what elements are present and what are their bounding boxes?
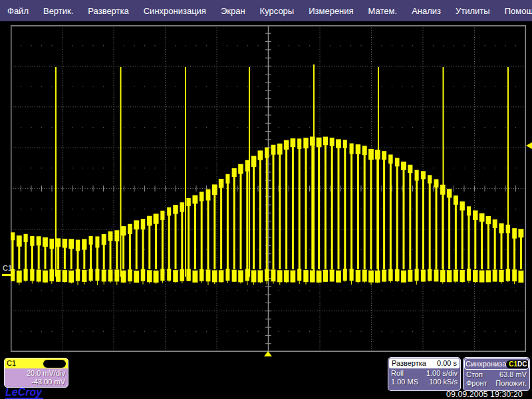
trigger-position-arrow-icon[interactable] [264, 351, 272, 356]
trigger-slope-value: Положит. [495, 379, 527, 388]
menu-bar: Файл Вертик. Развертка Синхронизация Экр… [0, 0, 532, 21]
trigger-descriptor-box[interactable]: Синхрониза C1DC Стоп 63.8 mV Фронт Полож… [463, 357, 530, 391]
menu-vertical[interactable]: Вертик. [36, 6, 80, 16]
trigger-header: Синхрониза C1DC [464, 358, 529, 370]
trigger-level-arrow-icon[interactable] [526, 142, 532, 149]
trigger-row-level: Стоп 63.8 mV [464, 370, 529, 379]
menu-help[interactable]: Помощь [497, 6, 532, 16]
trigger-slope-label: Фронт [466, 379, 487, 388]
timebase-delay-value: 0.00 s [437, 359, 457, 368]
trigger-row-slope: Фронт Положит. [464, 379, 529, 388]
sample-rate-value: 100 kS/s [429, 378, 458, 386]
timebase-row-sampling: 1.00 MS 100 kS/s [388, 378, 460, 386]
record-length-value: 1.00 MS [391, 378, 418, 386]
menu-analysis[interactable]: Анализ [404, 6, 448, 16]
trigger-title: Синхрониза [466, 360, 506, 368]
waveform-display [11, 25, 526, 352]
menu-timebase[interactable]: Развертка [80, 6, 136, 16]
channel-c1-descriptor-box[interactable]: C1 DC50 20.0 mV/div -43.00 mV [4, 358, 68, 388]
timebase-mode: Roll [391, 369, 404, 378]
menu-cursors[interactable]: Курсоры [253, 6, 302, 16]
timebase-scale-value: 1.00 s/div [426, 369, 458, 378]
menu-utilities[interactable]: Утилиты [448, 6, 497, 16]
trigger-source-badge: C1DC [506, 360, 529, 368]
trigger-level-value: 63.8 mV [499, 370, 527, 379]
trigger-state: Стоп [466, 370, 483, 379]
menu-measure[interactable]: Измерения [301, 6, 360, 16]
trigger-source: C1 [509, 360, 517, 368]
trigger-coupling: DC [517, 360, 527, 368]
channel-offset-indicator[interactable] [2, 274, 11, 276]
menu-trigger[interactable]: Синхронизация [136, 6, 213, 16]
timebase-row-scale: Roll 1.00 s/div [388, 369, 460, 378]
vertical-offset-value: -43.00 mV [7, 378, 65, 386]
channel-name-label: C1 [7, 359, 16, 368]
menu-display[interactable]: Экран [213, 6, 253, 16]
channel-c1-header: C1 DC50 [5, 358, 68, 368]
lecroy-logo: LeCroy [5, 387, 43, 399]
menu-math[interactable]: Матем. [361, 6, 405, 16]
timebase-header: Развертка 0.00 s [389, 358, 460, 368]
oscilloscope-application: Файл Вертик. Развертка Синхронизация Экр… [0, 0, 532, 399]
menu-file[interactable]: Файл [6, 6, 36, 16]
coupling-badge: DC50 [43, 360, 66, 368]
vertical-scale-value: 20.0 mV/div [7, 369, 65, 378]
timebase-descriptor-box[interactable]: Развертка 0.00 s Roll 1.00 s/div 1.00 MS… [388, 357, 461, 391]
timebase-title: Развертка [392, 359, 426, 368]
datetime-display: 09.09.2005 19:30:20 [446, 390, 523, 399]
channel-marker-c1[interactable]: C1 [3, 265, 12, 272]
channel-c1-settings: 20.0 mV/div -43.00 mV [5, 368, 68, 386]
